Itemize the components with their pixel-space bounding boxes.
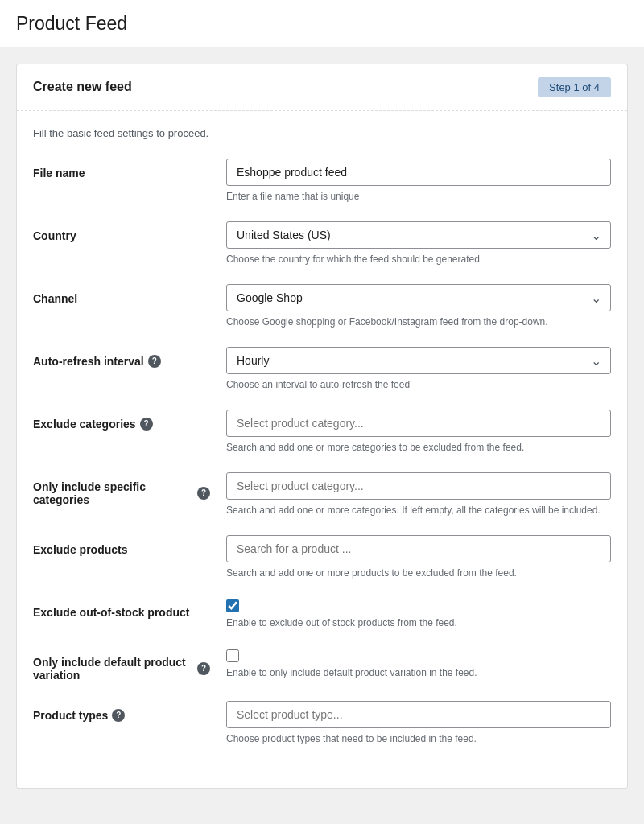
exclude-out-of-stock-checkbox-row [226,598,611,612]
include-categories-label: Only include specific categories ? [33,480,210,506]
file-name-control-col: Enter a file name that is unique [226,159,611,202]
product-types-help-icon[interactable]: ? [112,709,125,722]
country-select[interactable]: United States (US) United Kingdom (UK) C… [226,221,611,249]
only-default-variation-help-icon[interactable]: ? [197,662,210,675]
exclude-products-label: Exclude products [33,543,210,556]
product-types-label: Product types ? [33,709,210,722]
include-categories-input[interactable] [226,472,611,500]
product-types-row: Product types ? Choose product types tha… [33,701,611,744]
only-default-variation-row: Only include default product variation ?… [33,648,611,682]
only-default-variation-label: Only include default product variation ? [33,656,210,682]
card-body: Fill the basic feed settings to proceed.… [17,111,627,788]
exclude-out-of-stock-row: Exclude out-of-stock product Enable to e… [33,598,611,628]
auto-refresh-control-col: Hourly Daily Weekly ⌄ Choose an interval… [226,347,611,390]
country-row: Country United States (US) United Kingdo… [33,221,611,265]
page-header: Product Feed [0,0,644,47]
channel-label: Channel [33,292,210,305]
file-name-row: File name Enter a file name that is uniq… [33,159,611,202]
form-subtitle: Fill the basic feed settings to proceed. [33,127,611,139]
only-default-variation-control-col: Enable to only include default product v… [226,648,611,678]
auto-refresh-select-wrapper: Hourly Daily Weekly ⌄ [226,347,611,374]
country-label-col: Country [33,221,226,242]
exclude-categories-row: Exclude categories ? Search and add one … [33,410,611,453]
main-content: Create new feed Step 1 of 4 Fill the bas… [0,47,644,805]
file-name-label-col: File name [33,159,226,179]
file-name-input[interactable] [226,159,611,186]
auto-refresh-help-icon[interactable]: ? [148,355,161,368]
exclude-out-of-stock-checkbox[interactable] [226,599,239,612]
country-control-col: United States (US) United Kingdom (UK) C… [226,221,611,265]
product-types-input[interactable] [226,701,611,728]
country-hint: Choose the country for which the feed sh… [226,253,611,265]
product-types-hint: Choose product types that need to be inc… [226,733,611,744]
auto-refresh-label-col: Auto-refresh interval ? [33,347,226,368]
include-categories-row: Only include specific categories ? Searc… [33,472,611,516]
exclude-products-row: Exclude products Search and add one or m… [33,535,611,579]
exclude-categories-label: Exclude categories ? [33,418,210,431]
exclude-categories-help-icon[interactable]: ? [140,418,153,431]
exclude-products-hint: Search and add one or more products to b… [226,567,611,579]
only-default-variation-checkbox-row [226,648,611,662]
auto-refresh-label: Auto-refresh interval ? [33,355,210,368]
channel-select[interactable]: Google Shop Facebook/Instagram [226,284,611,311]
exclude-categories-label-col: Exclude categories ? [33,410,226,431]
file-name-hint: Enter a file name that is unique [226,191,611,202]
exclude-categories-hint: Search and add one or more categories to… [226,442,611,453]
channel-hint: Choose Google shopping or Facebook/Insta… [226,316,611,328]
auto-refresh-hint: Choose an interval to auto-refresh the f… [226,379,611,390]
product-types-label-col: Product types ? [33,701,226,722]
include-categories-help-icon[interactable]: ? [197,487,210,500]
exclude-products-input[interactable] [226,535,611,562]
exclude-out-of-stock-control-col: Enable to exclude out of stock products … [226,598,611,628]
channel-row: Channel Google Shop Facebook/Instagram ⌄… [33,284,611,328]
only-default-variation-checkbox[interactable] [226,649,239,662]
exclude-out-of-stock-hint: Enable to exclude out of stock products … [226,617,611,628]
include-categories-hint: Search and add one or more categories. I… [226,505,611,516]
exclude-products-control-col: Search and add one or more products to b… [226,535,611,579]
page-title: Product Feed [16,13,628,35]
only-default-variation-hint: Enable to only include default product v… [226,667,611,678]
file-name-label: File name [33,167,210,179]
exclude-out-of-stock-label: Exclude out-of-stock product [33,606,210,619]
exclude-products-label-col: Exclude products [33,535,226,556]
step-badge: Step 1 of 4 [538,77,611,97]
auto-refresh-row: Auto-refresh interval ? Hourly Daily Wee… [33,347,611,390]
country-label: Country [33,229,210,242]
include-categories-control-col: Search and add one or more categories. I… [226,472,611,516]
channel-control-col: Google Shop Facebook/Instagram ⌄ Choose … [226,284,611,328]
channel-select-wrapper: Google Shop Facebook/Instagram ⌄ [226,284,611,311]
country-select-wrapper: United States (US) United Kingdom (UK) C… [226,221,611,249]
exclude-out-of-stock-label-col: Exclude out-of-stock product [33,598,226,619]
only-default-variation-label-col: Only include default product variation ? [33,648,226,682]
auto-refresh-select[interactable]: Hourly Daily Weekly [226,347,611,374]
create-feed-card: Create new feed Step 1 of 4 Fill the bas… [16,64,628,789]
exclude-categories-control-col: Search and add one or more categories to… [226,410,611,453]
include-categories-label-col: Only include specific categories ? [33,472,226,506]
exclude-categories-input[interactable] [226,410,611,437]
card-header-title: Create new feed [33,80,132,94]
product-types-control-col: Choose product types that need to be inc… [226,701,611,744]
channel-label-col: Channel [33,284,226,305]
card-header: Create new feed Step 1 of 4 [17,64,627,111]
